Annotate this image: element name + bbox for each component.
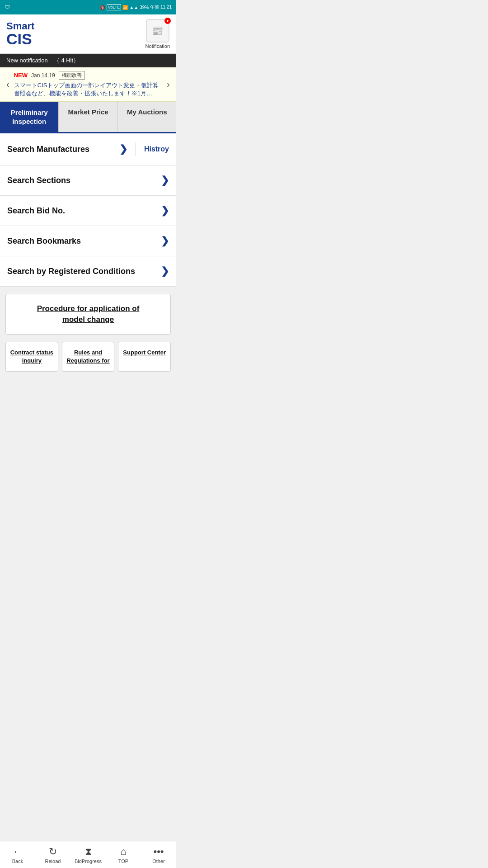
- menu-item-bid-no[interactable]: Search Bid No. ❯: [0, 196, 176, 226]
- carousel-header: NEW Jan 14.19 機能改善: [14, 71, 163, 80]
- main-tabs: PreliminaryInspection Market Price My Au…: [0, 102, 176, 133]
- manufactures-divider: [136, 142, 136, 156]
- card-support-label: Support Center: [123, 349, 166, 356]
- manufactures-arrow-icon: ❯: [119, 143, 127, 155]
- news-carousel: ‹ NEW Jan 14.19 機能改善 スマートCISトップ画面の一部レイアウ…: [0, 67, 176, 102]
- menu-item-manufactures[interactable]: Search Manufactures ❯ Histroy: [0, 133, 176, 165]
- bid-no-arrow-icon: ❯: [161, 205, 169, 217]
- app-logo: Smart CIS: [6, 21, 34, 47]
- menu-bookmarks-label: Search Bookmarks: [7, 236, 81, 246]
- status-left: 🛡: [5, 4, 10, 10]
- carousel-text: スマートCISトップ画面の一部レイアウト変更・仮計算書照会など、機能を改善・拡張…: [14, 81, 163, 98]
- menu-section: Search Manufactures ❯ Histroy Search Sec…: [0, 133, 176, 287]
- notification-banner: New notification （ 4 Hit）: [0, 54, 176, 67]
- menu-item-sections[interactable]: Search Sections ❯: [0, 165, 176, 196]
- manufactures-history-link[interactable]: Histroy: [144, 145, 169, 153]
- tab-preliminary-inspection[interactable]: PreliminaryInspection: [0, 102, 59, 132]
- card-rules-regulations[interactable]: Rules and Regulations for: [62, 342, 115, 372]
- carousel-tag: 機能改善: [59, 71, 85, 80]
- news-icon-box: 📰 ●: [146, 19, 169, 42]
- info-box[interactable]: Procedure for application ofmodel change: [5, 294, 171, 335]
- shield-icon: 🛡: [5, 4, 10, 10]
- menu-bid-no-label: Search Bid No.: [7, 206, 65, 216]
- status-bar: 🛡 🔇 VoLTE 📶 ▲▲ 39% 午前 11:21: [0, 0, 176, 14]
- tab-market-price[interactable]: Market Price: [59, 102, 117, 132]
- logo-smart-text: Smart: [6, 21, 34, 31]
- status-icons: 🔇 VoLTE 📶 ▲▲ 39% 午前 11:21: [100, 4, 172, 10]
- signal-icon: ▲▲: [129, 5, 138, 10]
- card-support-center[interactable]: Support Center: [118, 342, 171, 372]
- logo-cis-text: CIS: [6, 31, 34, 47]
- volte-icon: VoLTE: [107, 4, 121, 10]
- menu-item-conditions[interactable]: Search by Registered Conditions ❯: [0, 256, 176, 287]
- mute-icon: 🔇: [100, 5, 105, 10]
- new-badge: NEW: [14, 72, 28, 79]
- carousel-date: Jan 14.19: [31, 72, 55, 79]
- menu-conditions-label: Search by Registered Conditions: [7, 267, 135, 276]
- time-display: 午前 11:21: [150, 4, 172, 10]
- card-rules-label: Rules and Regulations for: [66, 349, 109, 364]
- carousel-prev-button[interactable]: ‹: [5, 79, 11, 90]
- tab-my-auctions[interactable]: My Auctions: [118, 102, 176, 132]
- conditions-arrow-icon: ❯: [161, 265, 169, 277]
- news-newspaper-icon: 📰: [152, 25, 163, 36]
- info-box-title: Procedure for application ofmodel change: [37, 304, 140, 324]
- menu-manufactures-label: Search Manufactures: [7, 145, 89, 154]
- card-contract-label: Contract status inquiry: [10, 349, 53, 364]
- notification-badge: ●: [164, 18, 171, 24]
- carousel-content: NEW Jan 14.19 機能改善 スマートCISトップ画面の一部レイアウト変…: [14, 71, 163, 98]
- carousel-next-button[interactable]: ›: [165, 79, 172, 90]
- card-contract-status[interactable]: Contract status inquiry: [5, 342, 58, 372]
- notification-banner-text: New notification （ 4 Hit）: [6, 57, 79, 64]
- menu-sections-label: Search Sections: [7, 176, 70, 185]
- bookmarks-arrow-icon: ❯: [161, 235, 169, 247]
- battery-text: 39%: [140, 5, 149, 10]
- app-header: Smart CIS 📰 ● Notification: [0, 14, 176, 54]
- notification-button[interactable]: 📰 ● Notification: [145, 19, 170, 49]
- notification-label: Notification: [145, 43, 170, 49]
- wifi-icon: 📶: [122, 5, 128, 10]
- bottom-cards: Contract status inquiry Rules and Regula…: [5, 342, 171, 372]
- sections-arrow-icon: ❯: [161, 175, 169, 186]
- menu-item-bookmarks[interactable]: Search Bookmarks ❯: [0, 226, 176, 256]
